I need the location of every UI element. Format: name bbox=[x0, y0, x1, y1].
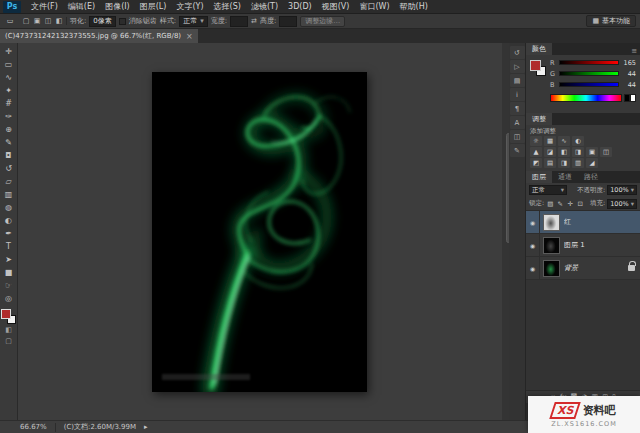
blend-mode-dropdown[interactable]: 正常 ▾ bbox=[529, 185, 567, 195]
brightness-contrast-icon[interactable]: ☼ bbox=[530, 136, 542, 146]
blur-tool[interactable]: ◍ bbox=[0, 201, 17, 214]
vibrance-icon[interactable]: ▲ bbox=[530, 147, 542, 157]
menu-edit[interactable]: 编辑(E) bbox=[63, 0, 100, 14]
zoom-level-field[interactable]: 66.67% bbox=[20, 423, 47, 431]
menu-window[interactable]: 窗口(W) bbox=[354, 0, 394, 14]
new-selection-icon[interactable]: ▢ bbox=[21, 17, 31, 25]
color-balance-icon[interactable]: ◧ bbox=[558, 147, 570, 157]
quick-mask-icon[interactable]: ◧ bbox=[0, 324, 17, 335]
blue-slider[interactable] bbox=[559, 82, 619, 87]
layer-thumbnail[interactable] bbox=[543, 237, 560, 254]
menu-3d[interactable]: 3D(D) bbox=[283, 0, 317, 14]
eyedropper-tool[interactable]: ✑ bbox=[0, 110, 17, 123]
feather-input[interactable]: 0像素 bbox=[89, 16, 115, 27]
quick-selection-tool[interactable]: ✦ bbox=[0, 84, 17, 97]
lasso-tool[interactable]: ∿ bbox=[0, 71, 17, 84]
layer-name[interactable]: 红 bbox=[564, 217, 640, 227]
menu-select[interactable]: 选择(S) bbox=[209, 0, 246, 14]
notes-panel-icon[interactable]: ✎ bbox=[510, 144, 525, 157]
history-panel-icon[interactable]: ↺ bbox=[510, 46, 525, 59]
gradient-tool[interactable]: ▥ bbox=[0, 188, 17, 201]
layer-row-red[interactable]: ◉ 红 bbox=[526, 211, 640, 234]
width-input[interactable] bbox=[230, 16, 248, 27]
paragraph-panel-icon[interactable]: ¶ bbox=[510, 102, 525, 115]
vertical-scrollbar[interactable] bbox=[502, 43, 509, 420]
zoom-tool[interactable]: ◎ bbox=[0, 292, 17, 305]
rectangular-marquee-tool[interactable]: ▭ bbox=[0, 58, 17, 71]
posterize-icon[interactable]: ▤ bbox=[544, 158, 556, 168]
tab-color[interactable]: 颜色 bbox=[526, 43, 552, 55]
visibility-eye-icon[interactable]: ◉ bbox=[526, 211, 540, 233]
layer-thumbnail[interactable] bbox=[543, 260, 560, 277]
color-swatch-pair[interactable] bbox=[530, 60, 546, 76]
shape-tool[interactable]: ■ bbox=[0, 266, 17, 279]
status-options-arrow-icon[interactable]: ▸ bbox=[144, 423, 148, 431]
antialias-checkbox[interactable] bbox=[119, 18, 126, 25]
layer-thumbnail[interactable] bbox=[543, 214, 560, 231]
channel-mixer-icon[interactable]: ◫ bbox=[600, 147, 612, 157]
intersect-selection-icon[interactable]: ◧ bbox=[54, 17, 64, 25]
close-icon[interactable]: × bbox=[186, 32, 193, 41]
foreground-color-swatch[interactable] bbox=[1, 309, 11, 319]
tab-layers[interactable]: 图层 bbox=[526, 171, 552, 183]
dodge-tool[interactable]: ◐ bbox=[0, 214, 17, 227]
lock-position-icon[interactable]: ✛ bbox=[566, 200, 574, 208]
panel-menu-icon[interactable]: ≡ bbox=[631, 47, 637, 55]
menu-help[interactable]: 帮助(H) bbox=[395, 0, 433, 14]
green-slider[interactable] bbox=[559, 71, 619, 76]
add-selection-icon[interactable]: ▣ bbox=[32, 17, 42, 25]
layer-name[interactable]: 背景 bbox=[564, 263, 628, 273]
properties-panel-icon[interactable]: ▤ bbox=[510, 74, 525, 87]
foreground-background-swatches[interactable] bbox=[1, 309, 16, 324]
crop-tool[interactable]: # bbox=[0, 97, 17, 110]
brush-tool[interactable]: ✎ bbox=[0, 136, 17, 149]
green-value[interactable]: 44 bbox=[622, 70, 636, 78]
eraser-tool[interactable]: ▱ bbox=[0, 175, 17, 188]
black-white-swatches[interactable] bbox=[624, 94, 636, 102]
path-selection-tool[interactable]: ➤ bbox=[0, 253, 17, 266]
tab-channels[interactable]: 通道 bbox=[552, 171, 578, 183]
type-tool[interactable]: T bbox=[0, 240, 17, 253]
character-panel-icon[interactable]: A bbox=[510, 116, 525, 129]
actions-panel-icon[interactable]: ▷ bbox=[510, 60, 525, 73]
screen-mode-icon[interactable]: ▢ bbox=[0, 335, 17, 346]
menu-type[interactable]: 文字(Y) bbox=[171, 0, 208, 14]
fill-input[interactable]: 100% ▾ bbox=[607, 199, 637, 209]
menu-view[interactable]: 视图(V) bbox=[317, 0, 355, 14]
history-brush-tool[interactable]: ↺ bbox=[0, 162, 17, 175]
lock-pixels-icon[interactable]: ✎ bbox=[556, 200, 564, 208]
clone-stamp-tool[interactable]: ◘ bbox=[0, 149, 17, 162]
levels-icon[interactable]: ▦ bbox=[544, 136, 556, 146]
visibility-eye-icon[interactable]: ◉ bbox=[526, 257, 540, 279]
red-slider[interactable] bbox=[559, 60, 619, 65]
info-panel-icon[interactable]: i bbox=[510, 88, 525, 101]
pen-tool[interactable]: ✒ bbox=[0, 227, 17, 240]
opacity-input[interactable]: 100% ▾ bbox=[607, 185, 637, 195]
foreground-swatch[interactable] bbox=[530, 60, 541, 71]
blue-value[interactable]: 44 bbox=[622, 81, 636, 89]
menu-filter[interactable]: 滤镜(T) bbox=[246, 0, 283, 14]
document-image[interactable] bbox=[152, 72, 367, 392]
threshold-icon[interactable]: ◨ bbox=[558, 158, 570, 168]
height-input[interactable] bbox=[279, 16, 297, 27]
tab-paths[interactable]: 路径 bbox=[578, 171, 604, 183]
visibility-eye-icon[interactable]: ◉ bbox=[526, 234, 540, 256]
hand-tool[interactable]: ☞ bbox=[0, 279, 17, 292]
layer-row-layer1[interactable]: ◉ 图层 1 bbox=[526, 234, 640, 257]
menu-file[interactable]: 文件(F) bbox=[26, 0, 63, 14]
layer-name[interactable]: 图层 1 bbox=[564, 240, 640, 250]
color-spectrum-ramp[interactable] bbox=[550, 94, 622, 102]
spot-healing-tool[interactable]: ⊕ bbox=[0, 123, 17, 136]
menu-image[interactable]: 图像(I) bbox=[100, 0, 135, 14]
move-tool[interactable]: ✛ bbox=[0, 45, 17, 58]
swap-dimensions-icon[interactable]: ⇄ bbox=[251, 17, 257, 25]
exposure-icon[interactable]: ◐ bbox=[572, 136, 584, 146]
workspace-switcher-button[interactable]: ▦ 基本功能 bbox=[586, 15, 636, 27]
document-size-info[interactable]: (C)文档:2.60M/3.99M bbox=[64, 422, 136, 432]
selective-color-icon[interactable]: ◢ bbox=[586, 158, 598, 168]
canvas-area[interactable] bbox=[18, 43, 509, 420]
lock-all-icon[interactable]: ⊡ bbox=[576, 200, 584, 208]
subtract-selection-icon[interactable]: ◫ bbox=[43, 17, 53, 25]
layer-row-background[interactable]: ◉ 背景 bbox=[526, 257, 640, 280]
invert-icon[interactable]: ◩ bbox=[530, 158, 542, 168]
